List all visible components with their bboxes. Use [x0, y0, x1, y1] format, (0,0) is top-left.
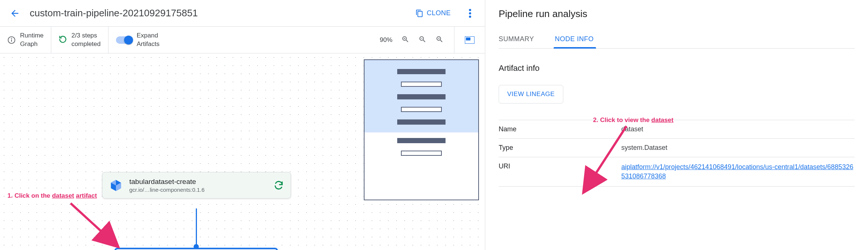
cache-hit-icon — [273, 180, 284, 191]
tab-underline — [554, 47, 596, 49]
node-tabulardataset-create[interactable]: tabulardataset-create gcr.io/…line-compo… — [102, 172, 291, 198]
annotation-step-2: 2. Click to view the dataset — [593, 116, 673, 124]
more-vert-icon — [469, 9, 471, 18]
minimap-node — [397, 94, 446, 99]
clone-label: CLONE — [427, 9, 451, 17]
property-key: Name — [499, 125, 621, 133]
zoom-reset-button[interactable] — [435, 35, 444, 45]
zoom-percentage: 90% — [380, 36, 392, 44]
expand-artifacts-toggle[interactable] — [116, 36, 132, 44]
graph-edge — [196, 208, 197, 246]
runtime-graph-label: Runtime Graph — [20, 32, 43, 48]
svg-point-5 — [12, 38, 12, 38]
property-key: URI — [499, 162, 621, 170]
copy-icon — [415, 9, 424, 17]
minimap-node — [397, 119, 446, 125]
minimap-icon — [465, 36, 475, 44]
minimap-node — [401, 107, 442, 112]
zoom-in-button[interactable] — [401, 35, 409, 45]
node-title: tabulardataset-create — [129, 178, 205, 186]
annotation-step-1: 1. Click on the dataset artifact — [7, 192, 97, 200]
minimap-toggle-button[interactable] — [454, 27, 485, 53]
arrow-left-icon — [10, 8, 20, 19]
node-dataset[interactable]: dataset Type: system.Dataset — [114, 248, 278, 250]
property-value: dataset — [621, 125, 855, 133]
svg-point-1 — [469, 12, 471, 14]
tab-summary[interactable]: SUMMARY — [499, 30, 534, 48]
zoom-out-button[interactable] — [418, 35, 427, 45]
svg-point-2 — [469, 16, 471, 18]
minimap[interactable] — [364, 59, 479, 200]
minimap-node — [401, 82, 442, 87]
property-row-type: Type system.Dataset — [499, 138, 855, 157]
property-row-uri: URI aiplatform://v1/projects/46214106849… — [499, 157, 855, 187]
node-subtitle: gcr.io/…line-components:0.1.6 — [129, 187, 205, 193]
zoom-out-icon — [418, 35, 427, 43]
artifact-info-heading: Artifact info — [499, 63, 855, 73]
zoom-reset-icon — [435, 35, 444, 43]
clone-button[interactable]: CLONE — [411, 6, 455, 20]
svg-rect-7 — [466, 37, 470, 40]
info-icon — [7, 36, 16, 44]
pipeline-canvas[interactable]: tabulardataset-create gcr.io/…line-compo… — [0, 53, 485, 250]
steps-completed-label: 2/3 steps completed — [71, 32, 100, 48]
expand-artifacts-label: Expand Artifacts — [137, 32, 159, 48]
view-lineage-button[interactable]: VIEW LINEAGE — [499, 85, 563, 103]
minimap-node — [401, 151, 442, 156]
uri-link[interactable]: aiplatform://v1/projects/462141068491/lo… — [621, 162, 855, 181]
property-value: system.Dataset — [621, 144, 855, 152]
page-title: custom-train-pipeline-20210929175851 — [30, 7, 405, 19]
cube-icon — [109, 179, 123, 192]
more-menu-button[interactable] — [461, 4, 479, 22]
minimap-node — [397, 69, 446, 74]
svg-point-0 — [469, 9, 471, 11]
svg-line-13 — [71, 203, 115, 244]
minimap-node — [397, 138, 446, 143]
property-row-name: Name dataset — [499, 120, 855, 138]
tab-node-info[interactable]: NODE INFO — [555, 30, 594, 48]
side-panel-title: Pipeline run analysis — [499, 8, 855, 20]
side-tabs: SUMMARY NODE INFO — [499, 30, 855, 49]
progress-icon — [59, 35, 67, 45]
back-button[interactable] — [6, 4, 24, 22]
zoom-in-icon — [401, 35, 409, 43]
property-key: Type — [499, 144, 621, 152]
annotation-arrow — [67, 200, 126, 250]
